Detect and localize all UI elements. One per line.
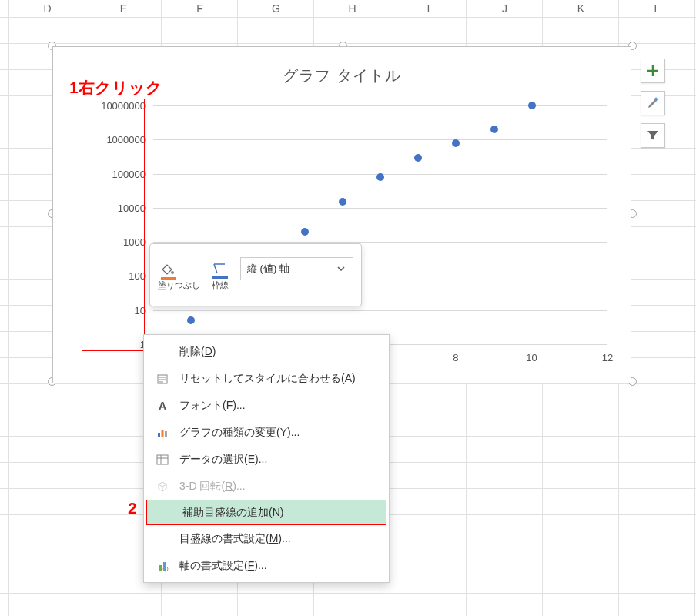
svg-rect-7: [165, 431, 167, 437]
col-header[interactable]: L: [619, 0, 695, 17]
menu-reset-style[interactable]: リセットしてスタイルに合わせる(A): [144, 365, 389, 392]
fill-button[interactable]: 塗りつぶし: [158, 262, 200, 290]
data-point[interactable]: [187, 316, 195, 324]
paintbrush-icon: [646, 96, 660, 110]
data-point[interactable]: [339, 198, 346, 206]
col-header[interactable]: J: [467, 0, 543, 17]
paint-bucket-icon: [158, 262, 179, 280]
reset-icon: [153, 373, 172, 385]
menu-select-data[interactable]: データの選択(E)...: [144, 446, 389, 473]
mini-toolbar: 塗りつぶし 枠線 縦 (値) 軸: [149, 243, 362, 306]
menu-3d-rotation: 3-D 回転(R)...: [144, 473, 389, 500]
menu-font[interactable]: A フォント(F)...: [144, 392, 389, 419]
x-tick[interactable]: 10: [526, 352, 537, 363]
col-header[interactable]: H: [314, 0, 390, 17]
chart-element-selector[interactable]: 縦 (値) 軸: [240, 257, 353, 280]
data-point[interactable]: [414, 154, 422, 162]
menu-delete[interactable]: 削除(D): [144, 338, 389, 365]
svg-rect-8: [157, 455, 168, 464]
selector-value: 縦 (値) 軸: [247, 262, 289, 276]
data-point[interactable]: [301, 228, 309, 236]
svg-rect-9: [159, 565, 162, 571]
cube-icon: [153, 480, 172, 493]
svg-rect-5: [158, 433, 160, 437]
x-tick[interactable]: 8: [453, 352, 458, 363]
x-tick[interactable]: 12: [602, 352, 613, 363]
data-point[interactable]: [490, 126, 498, 133]
plus-icon: [646, 64, 660, 78]
outline-label: 枠線: [209, 280, 231, 291]
context-menu: 削除(D) リセットしてスタイルに合わせる(A) A フォント(F)... グラ…: [143, 334, 390, 583]
col-header[interactable]: G: [238, 0, 314, 17]
svg-rect-2: [161, 277, 176, 280]
data-point[interactable]: [376, 173, 384, 181]
svg-rect-10: [163, 562, 166, 571]
annotation-box-1: [82, 99, 145, 351]
chart-plot-area[interactable]: 10000000 1000000 100000 10000 1000 100 1…: [153, 105, 607, 344]
chart-styles-button[interactable]: [641, 91, 665, 116]
menu-format-axis[interactable]: 軸の書式設定(F)...: [144, 552, 389, 579]
data-point[interactable]: [452, 139, 460, 147]
menu-add-minor-gridlines[interactable]: 補助目盛線の追加(N): [146, 500, 386, 525]
format-axis-icon: [153, 560, 172, 572]
col-header[interactable]: F: [162, 0, 238, 17]
fill-label: 塗りつぶし: [158, 280, 200, 290]
funnel-icon: [646, 129, 660, 142]
chart-elements-button[interactable]: [641, 59, 665, 83]
col-header[interactable]: D: [9, 0, 85, 17]
annotation-1-text: 1右クリック: [69, 77, 162, 99]
svg-point-1: [171, 271, 174, 274]
font-icon: A: [153, 400, 172, 412]
svg-rect-6: [162, 430, 164, 437]
col-header[interactable]: K: [543, 0, 619, 17]
menu-change-chart-type[interactable]: グラフの種類の変更(Y)...: [144, 419, 389, 446]
chart-filters-button[interactable]: [641, 123, 665, 148]
menu-format-gridlines[interactable]: 目盛線の書式設定(M)...: [144, 525, 389, 552]
annotation-2-text: 2: [128, 499, 137, 517]
svg-rect-3: [212, 276, 228, 279]
select-data-icon: [153, 454, 172, 466]
data-point[interactable]: [528, 102, 536, 109]
col-header[interactable]: I: [390, 0, 467, 17]
chevron-down-icon: [336, 263, 346, 274]
chart-type-icon: [153, 427, 172, 439]
outline-button[interactable]: 枠線: [209, 261, 231, 291]
col-header[interactable]: E: [85, 0, 162, 17]
pen-outline-icon: [209, 261, 231, 280]
